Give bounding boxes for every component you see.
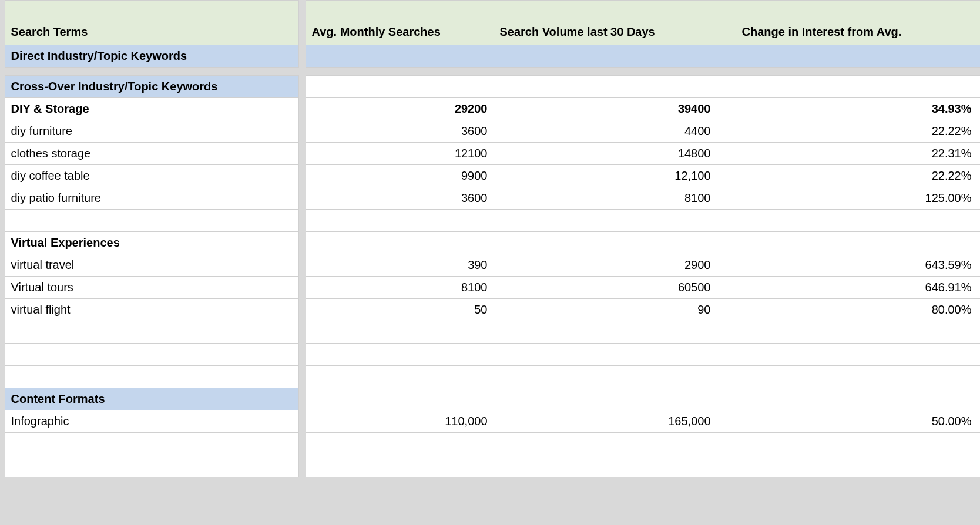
cell-chg[interactable]: 643.59% bbox=[736, 254, 980, 277]
cell[interactable] bbox=[736, 76, 980, 98]
col-header-avg-monthly[interactable]: Avg. Monthly Searches bbox=[306, 6, 494, 45]
section-row-crossover[interactable]: Cross-Over Industry/Topic Keywords bbox=[0, 76, 980, 98]
cell-vol[interactable]: 39400 bbox=[494, 98, 736, 120]
table-row[interactable]: diy patio furniture 3600 8100 125.00% bbox=[0, 187, 980, 210]
table-row[interactable]: Virtual tours 8100 60500 646.91% bbox=[0, 277, 980, 299]
cell-avg[interactable]: 9900 bbox=[306, 165, 494, 187]
table-row[interactable]: virtual travel 390 2900 643.59% bbox=[0, 254, 980, 277]
cell-vol[interactable]: 12,100 bbox=[494, 165, 736, 187]
cell-term[interactable]: diy patio furniture bbox=[5, 187, 298, 210]
cell-chg[interactable]: 22.22% bbox=[736, 120, 980, 143]
cell-avg[interactable]: 3600 bbox=[306, 187, 494, 210]
cell[interactable] bbox=[736, 232, 980, 254]
cell-chg[interactable]: 34.93% bbox=[736, 98, 980, 120]
cell[interactable] bbox=[306, 76, 494, 98]
table-row[interactable] bbox=[0, 366, 980, 388]
col-header-change[interactable]: Change in Interest from Avg. bbox=[736, 6, 980, 45]
cell[interactable] bbox=[494, 210, 736, 232]
cell[interactable] bbox=[494, 344, 736, 366]
section-row-direct[interactable]: Direct Industry/Topic Keywords bbox=[0, 45, 980, 68]
cell-vol[interactable]: 60500 bbox=[494, 277, 736, 299]
cell-term[interactable]: diy coffee table bbox=[5, 165, 298, 187]
table-row[interactable] bbox=[0, 433, 980, 455]
cell-vol[interactable]: 8100 bbox=[494, 187, 736, 210]
cell-vol[interactable]: 4400 bbox=[494, 120, 736, 143]
table-row[interactable]: Infographic 110,000 165,000 50.00% bbox=[0, 410, 980, 433]
cell[interactable] bbox=[736, 366, 980, 388]
spreadsheet[interactable]: Search Terms Avg. Monthly Searches Searc… bbox=[0, 0, 980, 477]
table-row[interactable]: diy coffee table 9900 12,100 22.22% bbox=[0, 165, 980, 187]
cell-avg[interactable]: 390 bbox=[306, 254, 494, 277]
cell-chg[interactable]: 50.00% bbox=[736, 410, 980, 433]
cell[interactable] bbox=[494, 45, 736, 68]
cell[interactable] bbox=[5, 210, 298, 232]
cell[interactable] bbox=[736, 455, 980, 477]
cell-chg[interactable]: 22.22% bbox=[736, 165, 980, 187]
cell[interactable] bbox=[494, 321, 736, 344]
cell-avg[interactable]: 3600 bbox=[306, 120, 494, 143]
cell[interactable] bbox=[736, 45, 980, 68]
cell-term[interactable]: virtual travel bbox=[5, 254, 298, 277]
cell[interactable] bbox=[5, 433, 298, 455]
cell-vol[interactable]: 165,000 bbox=[494, 410, 736, 433]
group-row-virtual[interactable]: Virtual Experiences bbox=[0, 232, 980, 254]
table-row[interactable] bbox=[0, 455, 980, 477]
cell[interactable] bbox=[306, 210, 494, 232]
cell[interactable] bbox=[306, 388, 494, 410]
cell[interactable] bbox=[5, 321, 298, 344]
cell[interactable] bbox=[494, 232, 736, 254]
cell-avg[interactable]: 12100 bbox=[306, 143, 494, 165]
table-row[interactable] bbox=[0, 321, 980, 344]
table-row[interactable]: virtual flight 50 90 80.00% bbox=[0, 299, 980, 321]
cell[interactable] bbox=[5, 455, 298, 477]
cell-avg[interactable]: 110,000 bbox=[306, 410, 494, 433]
cell[interactable] bbox=[736, 344, 980, 366]
cell[interactable] bbox=[306, 433, 494, 455]
cell-term[interactable]: clothes storage bbox=[5, 143, 298, 165]
cell[interactable] bbox=[306, 455, 494, 477]
cell-avg[interactable]: 50 bbox=[306, 299, 494, 321]
cell[interactable] bbox=[494, 366, 736, 388]
cell[interactable] bbox=[494, 76, 736, 98]
cell[interactable] bbox=[306, 321, 494, 344]
cell-chg[interactable]: 80.00% bbox=[736, 299, 980, 321]
col-header-volume-30d[interactable]: Search Volume last 30 Days bbox=[494, 6, 736, 45]
cell[interactable] bbox=[494, 455, 736, 477]
table-row[interactable] bbox=[0, 344, 980, 366]
cell[interactable] bbox=[306, 232, 494, 254]
section-row-content[interactable]: Content Formats bbox=[0, 388, 980, 410]
table-row[interactable] bbox=[0, 210, 980, 232]
cell[interactable] bbox=[494, 388, 736, 410]
table-row[interactable]: diy furniture 3600 4400 22.22% bbox=[0, 120, 980, 143]
cell[interactable] bbox=[736, 210, 980, 232]
group-label[interactable]: Virtual Experiences bbox=[5, 232, 298, 254]
cell[interactable] bbox=[306, 45, 494, 68]
section-label[interactable]: Cross-Over Industry/Topic Keywords bbox=[5, 76, 298, 98]
cell-avg[interactable]: 29200 bbox=[306, 98, 494, 120]
data-table[interactable]: Search Terms Avg. Monthly Searches Searc… bbox=[0, 0, 980, 477]
cell-avg[interactable]: 8100 bbox=[306, 277, 494, 299]
section-label[interactable]: Content Formats bbox=[5, 388, 298, 410]
cell[interactable] bbox=[5, 366, 298, 388]
cell[interactable] bbox=[306, 344, 494, 366]
cell-vol[interactable]: 2900 bbox=[494, 254, 736, 277]
cell[interactable] bbox=[736, 433, 980, 455]
cell-chg[interactable]: 22.31% bbox=[736, 143, 980, 165]
cell-term[interactable]: virtual flight bbox=[5, 299, 298, 321]
group-row-diy[interactable]: DIY & Storage 29200 39400 34.93% bbox=[0, 98, 980, 120]
section-label[interactable]: Direct Industry/Topic Keywords bbox=[5, 45, 298, 68]
cell[interactable] bbox=[306, 366, 494, 388]
cell-term[interactable]: Infographic bbox=[5, 410, 298, 433]
cell-vol[interactable]: 90 bbox=[494, 299, 736, 321]
table-row[interactable]: clothes storage 12100 14800 22.31% bbox=[0, 143, 980, 165]
cell-term[interactable]: diy furniture bbox=[5, 120, 298, 143]
cell[interactable] bbox=[736, 321, 980, 344]
group-label[interactable]: DIY & Storage bbox=[5, 98, 298, 120]
cell-vol[interactable]: 14800 bbox=[494, 143, 736, 165]
cell[interactable] bbox=[736, 388, 980, 410]
cell-chg[interactable]: 125.00% bbox=[736, 187, 980, 210]
cell-term[interactable]: Virtual tours bbox=[5, 277, 298, 299]
cell[interactable] bbox=[5, 344, 298, 366]
col-header-search-terms[interactable]: Search Terms bbox=[5, 6, 298, 45]
cell-chg[interactable]: 646.91% bbox=[736, 277, 980, 299]
